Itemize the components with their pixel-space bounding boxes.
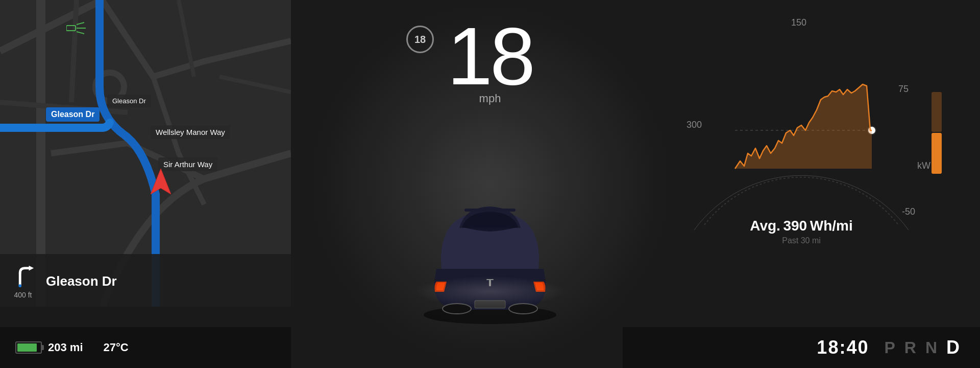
nav-distance: 400 ft: [14, 291, 32, 299]
car-visualization: [413, 182, 567, 327]
map-street-label-gleason-main: Gleason Dr: [46, 107, 100, 122]
gauge-container: 150 300 75 -50 kW: [653, 10, 949, 256]
svg-marker-6: [151, 169, 171, 194]
map-street-label-gleason-small: Gleason Dr: [107, 95, 151, 107]
map-panel: Gleason Dr Gleason Dr Wellsley Manor Way…: [0, 0, 291, 307]
prnd-display: P R N D: [884, 337, 960, 358]
battery-range: 203 mi: [48, 341, 83, 354]
navigation-overlay: 400 ft Gleason Dr: [0, 254, 291, 307]
gear-p[interactable]: P: [884, 338, 895, 357]
navigation-arrow: [151, 169, 171, 196]
headlights-icon: [66, 20, 92, 38]
gear-n[interactable]: N: [925, 338, 937, 357]
gauge-label-150: 150: [791, 17, 806, 28]
svg-rect-18: [932, 133, 942, 174]
gauge-label-neg50: -50: [902, 206, 915, 217]
bottom-right-bar: 18:40 P R N D: [623, 327, 980, 368]
nav-turn-icon: 400 ft: [10, 263, 36, 299]
speed-limit-value: 18: [414, 34, 426, 45]
energy-sub-label: Past 30 mi: [725, 236, 878, 245]
time-display: 18:40: [817, 337, 869, 358]
bottom-left-bar: 203 mi 27°C: [0, 327, 291, 368]
energy-avg-label: Avg. 390 Wh/mi: [725, 218, 878, 234]
speed-limit-sign: 18: [406, 26, 434, 53]
kw-label: kW: [917, 160, 930, 171]
battery-fill: [17, 343, 37, 352]
gauge-label-300: 300: [687, 120, 702, 130]
svg-marker-8: [29, 266, 34, 271]
svg-line-5: [77, 32, 84, 34]
svg-rect-2: [66, 26, 76, 31]
battery-icon: [15, 341, 42, 354]
gear-r[interactable]: R: [904, 338, 916, 357]
temperature-display: 27°C: [104, 341, 129, 354]
map-street-label-wellsley: Wellsley Manor Way: [151, 125, 230, 139]
battery-indicator: 203 mi: [15, 341, 83, 354]
energy-stats: Avg. 390 Wh/mi Past 30 mi: [725, 218, 878, 245]
nav-street-name: Gleason Dr: [46, 273, 117, 289]
ground-glow: [413, 276, 567, 307]
speed-container: 18 18 mph: [447, 15, 533, 105]
power-gauge: 150 300 75 -50 kW: [653, 10, 949, 245]
svg-rect-13: [464, 209, 516, 212]
energy-panel: 150 300 75 -50 kW: [623, 0, 980, 327]
svg-line-3: [77, 22, 84, 25]
energy-avg-value: 390: [783, 218, 807, 234]
gear-d[interactable]: D: [946, 337, 960, 358]
gauge-label-75: 75: [898, 84, 909, 94]
svg-point-9: [18, 284, 21, 287]
svg-rect-19: [932, 92, 942, 132]
speed-value: 18: [447, 15, 533, 97]
